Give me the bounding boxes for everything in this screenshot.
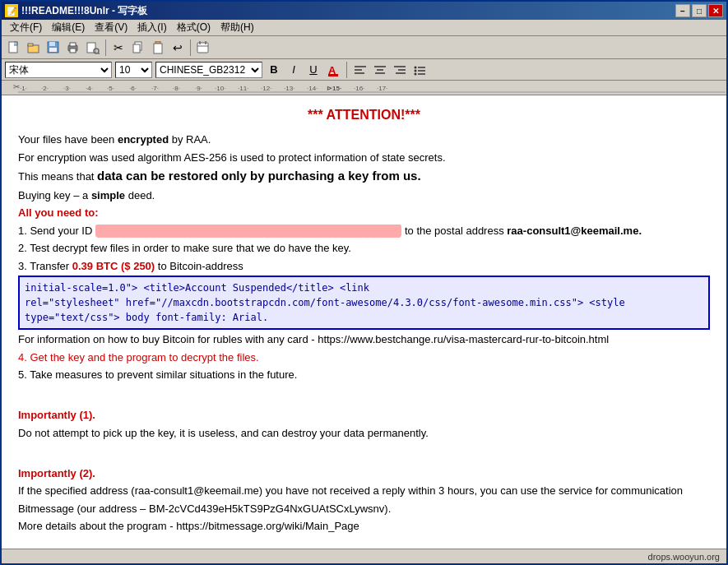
- svg-text:·8·: ·8·: [173, 85, 180, 92]
- list-button[interactable]: [411, 62, 428, 78]
- svg-rect-2: [28, 44, 33, 46]
- svg-text:·2·: ·2·: [41, 85, 49, 92]
- importantly2-line3: More details about the program - https:/…: [18, 518, 710, 535]
- svg-text:·1·: ·1·: [20, 85, 27, 92]
- maximize-button[interactable]: □: [692, 4, 707, 17]
- svg-text:·14·: ·14·: [307, 85, 318, 92]
- font-size-select[interactable]: 10: [115, 62, 152, 78]
- svg-rect-4: [49, 42, 55, 46]
- svg-text:·17·: ·17·: [377, 85, 387, 92]
- step1: 1. Send your ID ████████████████████████…: [18, 223, 710, 239]
- code-box: initial-scale=1.0"> <title>Account Suspe…: [18, 276, 710, 330]
- app-icon: 📝: [5, 4, 18, 17]
- align-center-button[interactable]: [372, 62, 388, 78]
- svg-text:·6·: ·6·: [129, 85, 137, 92]
- line-encrypted: Your files have been encrypted by RAA.: [18, 132, 710, 148]
- importantly2-header: Importantly (2).: [18, 465, 710, 482]
- svg-point-35: [415, 72, 417, 75]
- step3-info: For information on how to buy Bitcoin fo…: [18, 331, 710, 348]
- title-bar-left: 📝 !!!README!!!8UnIr - 写字板: [5, 4, 147, 18]
- svg-rect-5: [49, 48, 57, 52]
- website-label: drops.wooyun.org: [648, 552, 720, 562]
- step2: 2. Test decrypt few files in order to ma…: [18, 240, 710, 257]
- close-button[interactable]: ✕: [708, 4, 723, 17]
- svg-rect-21: [328, 74, 338, 76]
- line-data-restored: This means that data can be restored onl…: [18, 167, 710, 186]
- print-button[interactable]: [64, 39, 82, 57]
- all-you-need: All you need to:: [18, 205, 710, 221]
- svg-text:·9·: ·9·: [195, 85, 202, 92]
- undo-button[interactable]: ↩: [169, 39, 187, 57]
- title-bar: 📝 !!!README!!!8UnIr - 写字板 − □ ✕: [2, 2, 726, 20]
- menu-view[interactable]: 查看(V): [90, 19, 132, 36]
- notepad-window: 📝 !!!README!!!8UnIr - 写字板 − □ ✕ 文件(F) 编辑…: [0, 0, 728, 565]
- align-right-button[interactable]: [392, 62, 408, 78]
- svg-point-33: [415, 69, 417, 72]
- title-bar-buttons: − □ ✕: [675, 4, 723, 17]
- italic-button[interactable]: I: [285, 62, 302, 78]
- format-bar: 宋体 10 CHINESE_GB2312 B I U A: [2, 59, 726, 81]
- svg-text:·13·: ·13·: [284, 85, 294, 92]
- svg-text:·10·: ·10·: [215, 85, 225, 92]
- align-left-button[interactable]: [352, 62, 369, 78]
- line-aes: For encryption was used algorithm AES-25…: [18, 150, 710, 166]
- svg-line-11: [98, 53, 100, 54]
- code-line-2: rel="stylesheet" href="//maxcdn.bootstra…: [25, 295, 703, 310]
- svg-text:·7·: ·7·: [151, 85, 159, 92]
- minimize-button[interactable]: −: [675, 4, 690, 17]
- svg-rect-16: [197, 43, 208, 53]
- step4: 4. Get the key and the program to decryp…: [18, 350, 710, 366]
- menu-format[interactable]: 格式(O): [172, 19, 216, 36]
- font-name-select[interactable]: 宋体: [5, 62, 112, 78]
- svg-rect-15: [154, 44, 162, 53]
- status-bar: drops.wooyun.org: [2, 549, 726, 563]
- svg-text:·12·: ·12·: [261, 85, 271, 92]
- importantly2-line2: Bitmessage (our address – BM-2cVCd439eH5…: [18, 501, 710, 517]
- svg-rect-13: [133, 44, 140, 53]
- svg-text:·4·: ·4·: [86, 85, 93, 92]
- line-buying: Buying key – a simple deed.: [18, 188, 710, 204]
- svg-text:·16·: ·16·: [354, 85, 364, 92]
- svg-rect-7: [70, 43, 76, 46]
- color-button[interactable]: A: [325, 62, 341, 78]
- menu-bar: 文件(F) 编辑(E) 查看(V) 插入(I) 格式(O) 帮助(H): [2, 20, 726, 36]
- ruler: ·1· ·2· ·3· ·4· ·5· ·6· ·7· ·8· ·9· ·10·…: [2, 81, 726, 95]
- copy-button[interactable]: [129, 39, 147, 57]
- svg-rect-8: [70, 49, 76, 53]
- cut-button[interactable]: ✂: [109, 39, 128, 57]
- paste-button[interactable]: [149, 39, 167, 57]
- menu-file[interactable]: 文件(F): [5, 19, 47, 36]
- code-line-3: type="text/css"> body font-family: Arial…: [25, 310, 703, 325]
- svg-text:⊳15·: ⊳15·: [327, 85, 341, 92]
- menu-edit[interactable]: 编辑(E): [47, 19, 90, 36]
- encoding-select[interactable]: CHINESE_GB2312: [155, 62, 262, 78]
- menu-insert[interactable]: 插入(I): [132, 19, 171, 36]
- print-preview-button[interactable]: [84, 39, 102, 57]
- date-time-button[interactable]: [194, 39, 212, 57]
- svg-text:·5·: ·5·: [107, 85, 114, 92]
- toolbar-separator-1: [105, 39, 106, 56]
- open-button[interactable]: [25, 39, 43, 57]
- svg-point-31: [415, 66, 417, 68]
- save-button[interactable]: [44, 39, 63, 57]
- importantly2-line1: If the specified address (raa-consult1@k…: [18, 483, 710, 499]
- menu-help[interactable]: 帮助(H): [216, 19, 259, 36]
- step5: 5. Take measures to prevent similar situ…: [18, 367, 710, 383]
- code-line-1: initial-scale=1.0"> <title>Account Suspe…: [25, 280, 703, 295]
- svg-text:·11·: ·11·: [238, 85, 248, 92]
- importantly1-text: Do not attempt to pick up the key, it is…: [18, 425, 710, 442]
- toolbar-separator-2: [190, 39, 191, 56]
- svg-text:·3·: ·3·: [63, 85, 71, 92]
- underline-button[interactable]: U: [305, 62, 322, 78]
- content-area[interactable]: *** ATTENTION!*** Your files have been e…: [2, 95, 726, 549]
- attention-header: *** ATTENTION!***: [18, 105, 710, 125]
- bold-button[interactable]: B: [266, 62, 282, 78]
- importantly1-header: Importantly (1).: [18, 407, 710, 424]
- new-button[interactable]: [5, 39, 23, 57]
- format-separator: [346, 62, 347, 78]
- step3: 3. Transfer 0.39 BTC ($ 250) to Bitcoin-…: [18, 258, 710, 275]
- toolbar: ✂ ↩: [2, 36, 726, 59]
- window-title: !!!README!!!8UnIr - 写字板: [21, 4, 147, 18]
